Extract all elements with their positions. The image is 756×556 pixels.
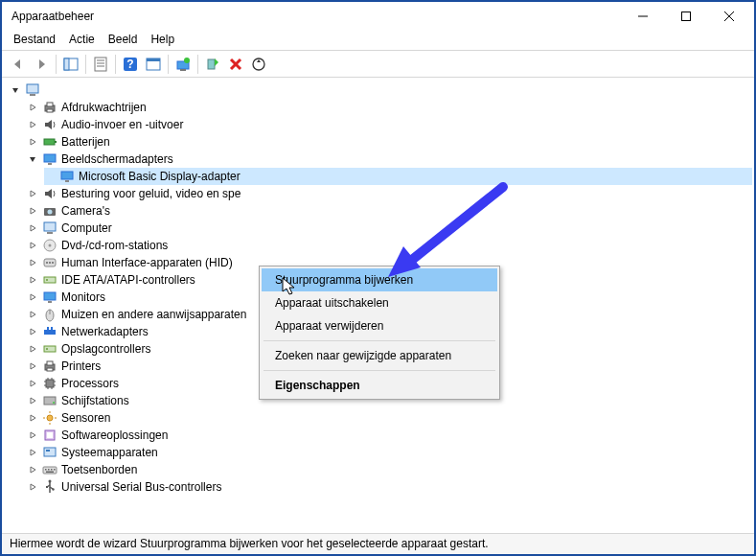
chevron-right-icon[interactable] [27,412,38,424]
svg-rect-74 [44,448,56,456]
enable-device-button[interactable] [202,54,223,75]
chevron-right-icon[interactable] [27,136,38,148]
svg-point-33 [48,210,53,215]
svg-point-16 [184,58,190,63]
svg-rect-26 [44,139,55,145]
chevron-right-icon[interactable] [27,222,38,234]
context-menu: Stuurprogramma bijwerken Apparaat uitsch… [259,266,500,400]
forward-button[interactable] [31,54,52,75]
chevron-right-icon[interactable] [27,119,38,130]
toolbar-separator [56,55,57,74]
tree-item-label: Dvd-/cd-rom-stations [61,239,168,252]
svg-rect-49 [47,327,49,330]
svg-rect-79 [51,469,53,471]
chevron-right-icon[interactable] [27,395,38,406]
chevron-right-icon[interactable] [27,464,38,475]
ctx-uninstall-device[interactable]: Apparaat verwijderen [262,314,497,337]
svg-point-37 [49,244,52,247]
chevron-down-icon[interactable] [27,153,38,165]
menu-action[interactable]: Actie [69,33,95,46]
tree-item[interactable]: Systeemapparaten [27,444,752,461]
tree-item[interactable]: Camera's [27,202,752,220]
chevron-right-icon[interactable] [27,326,38,337]
tree-root-node[interactable] [10,81,752,99]
chevron-right-icon[interactable] [27,360,38,372]
svg-rect-17 [208,59,215,69]
print-queue-icon [42,100,57,115]
svg-rect-54 [47,361,53,365]
help-button[interactable]: ? [120,54,141,75]
chevron-right-icon[interactable] [27,291,38,303]
chevron-right-icon[interactable] [27,481,38,493]
chevron-right-icon[interactable] [27,205,38,217]
tree-item[interactable]: Afdrukwachtrijen [27,99,752,116]
tree-item[interactable]: Beeldschermadapters [27,151,752,168]
window-title: Apparaatbeheer [11,10,621,23]
chevron-right-icon[interactable] [27,102,38,113]
hid-icon [42,255,57,270]
tree-item[interactable]: Besturing voor geluid, video en spe [27,185,752,202]
action-button[interactable] [143,54,164,75]
chevron-right-icon[interactable] [27,429,38,441]
svg-rect-50 [51,327,53,330]
svg-rect-25 [47,109,53,112]
tree-item[interactable]: Computer [27,220,752,237]
tree-item-label: Afdrukwachtrijen [61,101,147,114]
tree-item-label: Audio-invoer en -uitvoer [61,118,183,131]
svg-rect-48 [44,330,56,335]
chevron-placeholder [44,171,56,182]
chevron-down-icon[interactable] [10,84,21,96]
audio-icon [42,117,57,132]
network-icon [42,324,57,339]
menu-file[interactable]: Bestand [13,33,56,46]
ctx-update-driver[interactable]: Stuurprogramma bijwerken [262,268,497,291]
menu-view[interactable]: Beeld [108,33,138,46]
ctx-properties[interactable]: Eigenschappen [262,374,497,397]
svg-point-83 [49,480,52,483]
tree-item[interactable]: Dvd-/cd-rom-stations [27,237,752,254]
tree-item-label: Human Interface-apparaten (HID) [61,256,233,269]
tree-item-label: Beeldschermadapters [61,152,173,166]
uninstall-device-button[interactable] [225,54,246,75]
tree-item-label: IDE ATA/ATAPI-controllers [61,273,195,287]
menu-help[interactable]: Help [150,33,174,46]
svg-rect-13 [147,58,160,61]
tree-item[interactable]: Sensoren [27,409,752,427]
tree-item[interactable]: Audio-invoer en -uitvoer [27,116,752,133]
tree-item-label: Printers [61,359,101,373]
chevron-right-icon[interactable] [27,188,38,199]
show-hide-button[interactable] [60,54,81,75]
toolbar-separator [197,55,198,74]
ctx-disable-device[interactable]: Apparaat uitschakelen [262,291,497,314]
ctx-scan-changes[interactable]: Zoeken naar gewijzigde apparaten [262,344,497,367]
tree-item[interactable]: Softwareoplossingen [27,427,752,444]
tree-item-label: Batterijen [61,135,110,149]
tree-item[interactable]: Toetsenborden [27,461,752,478]
chevron-right-icon[interactable] [27,274,38,286]
tree-item[interactable]: Microsoft Basic Display-adapter [44,168,752,185]
chevron-right-icon[interactable] [27,257,38,268]
chevron-right-icon[interactable] [27,343,38,355]
mouse-icon [42,307,57,322]
toolbar-separator [115,55,116,74]
close-button[interactable] [707,3,750,30]
back-button[interactable] [8,54,29,75]
chevron-right-icon[interactable] [27,240,38,251]
tree-item[interactable]: Universal Serial Bus-controllers [27,478,752,496]
tree-item-label: Schijfstations [61,394,129,407]
chevron-right-icon[interactable] [27,309,38,320]
scan-hardware-button[interactable] [248,54,269,75]
svg-rect-44 [44,292,56,300]
svg-point-43 [46,279,48,281]
tree-item[interactable]: Batterijen [27,133,752,151]
chevron-right-icon[interactable] [27,447,38,458]
update-driver-button[interactable] [172,54,194,75]
properties-button[interactable] [90,54,111,75]
maximize-button[interactable] [664,3,707,30]
minimize-button[interactable] [621,3,664,30]
titlebar: Apparaatbeheer [2,2,754,31]
svg-rect-51 [44,346,56,352]
tree-item-label: Besturing voor geluid, video en spe [61,187,241,200]
chevron-right-icon[interactable] [27,378,38,389]
svg-rect-21 [27,84,38,93]
